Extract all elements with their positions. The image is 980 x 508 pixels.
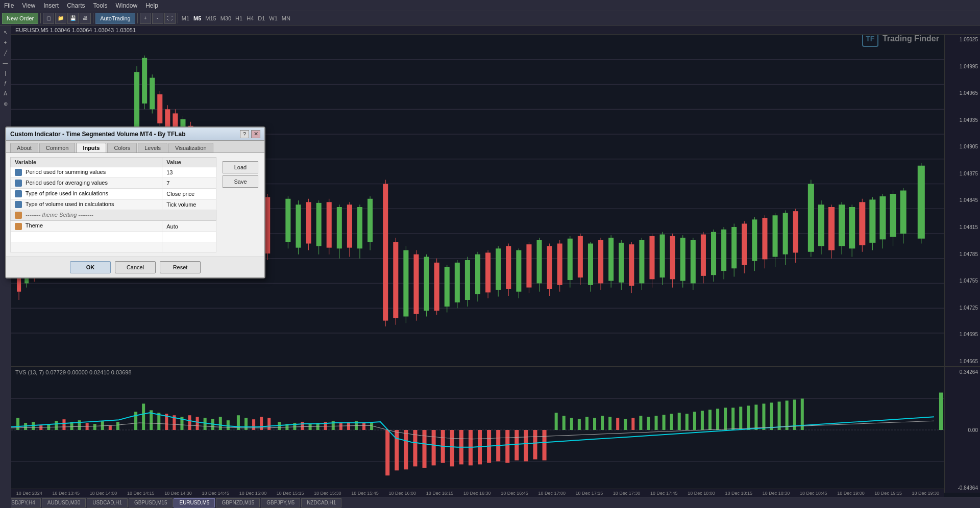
cancel-button[interactable]: Cancel <box>115 261 156 273</box>
val-period-avg[interactable]: 7 <box>162 178 216 189</box>
dialog-close-button[interactable]: ✕ <box>251 130 260 138</box>
table-row[interactable]: Period used for averaging values 7 <box>11 178 216 189</box>
crosshair-tool[interactable]: + <box>1 38 10 47</box>
ind-price-2: 0.00 <box>947 427 978 433</box>
val-theme[interactable]: Auto <box>162 221 216 232</box>
ok-button[interactable]: OK <box>70 261 111 273</box>
autotrading-button[interactable]: AutoTrading <box>95 13 135 24</box>
menu-charts[interactable]: Charts <box>67 2 85 9</box>
svg-rect-113 <box>506 246 511 289</box>
tf-m30[interactable]: M30 <box>219 15 233 21</box>
menu-insert[interactable]: Insert <box>43 2 59 9</box>
line-tool[interactable]: ╱ <box>1 48 10 57</box>
price-label-5: 1.04905 <box>947 144 978 149</box>
tab-about[interactable]: About <box>10 143 38 153</box>
hline-tool[interactable]: — <box>1 58 10 67</box>
time-axis: 18 Dec 2024 18 Dec 13:45 18 Dec 14:00 18… <box>11 489 944 497</box>
row-icon-2 <box>15 180 22 187</box>
text-tool[interactable]: A <box>1 89 10 98</box>
toolbar-separator-1 <box>40 13 41 23</box>
tf-m15[interactable]: M15 <box>204 15 217 21</box>
vline-tool[interactable]: | <box>1 68 10 78</box>
time-label-6: 18 Dec 15:00 <box>239 491 267 496</box>
tf-mn[interactable]: MN <box>280 15 292 21</box>
tab-audusd-m30[interactable]: AUDUSD,M30 <box>42 498 86 507</box>
svg-rect-95 <box>413 255 419 314</box>
svg-rect-175 <box>828 207 835 250</box>
table-row[interactable]: Type of volume used in calculations Tick… <box>11 199 216 210</box>
svg-rect-287 <box>778 401 781 430</box>
indicator-area: TVS (13, 7) 0.07729 0.00000 0.02410 0.03… <box>11 366 980 493</box>
svg-rect-291 <box>939 393 943 430</box>
save-button[interactable]: Save <box>223 175 258 188</box>
tf-d1[interactable]: D1 <box>256 15 266 21</box>
svg-rect-212 <box>157 413 160 430</box>
tab-levels[interactable]: Levels <box>138 143 167 153</box>
svg-rect-275 <box>685 414 689 430</box>
menu-help[interactable]: Help <box>145 2 158 9</box>
zoom-tool[interactable]: ⊕ <box>1 99 10 108</box>
price-axis: 1.05025 1.04995 1.04965 1.04935 1.04905 … <box>944 35 980 366</box>
table-row[interactable]: Type of price used in calculations Close… <box>11 189 216 199</box>
zoom-out-button[interactable]: - <box>152 13 163 24</box>
dialog-help-button[interactable]: ? <box>240 130 249 138</box>
tf-w1[interactable]: W1 <box>267 15 279 21</box>
menu-tools[interactable]: Tools <box>93 2 108 9</box>
svg-rect-271 <box>655 416 658 430</box>
svg-rect-216 <box>188 415 191 430</box>
new-order-button[interactable]: New Order <box>2 13 38 24</box>
toolbar-open[interactable]: 📁 <box>55 13 66 24</box>
time-label-19: 18 Dec 18:15 <box>725 491 752 496</box>
tf-h1[interactable]: H1 <box>234 15 244 21</box>
price-label-1: 1.05025 <box>947 37 978 42</box>
fit-button[interactable]: ⛶ <box>164 13 176 24</box>
price-label-8: 1.04815 <box>947 224 978 230</box>
tab-gbpnzd-m15[interactable]: GBPNZD,M15 <box>216 498 260 507</box>
toolbar-new[interactable]: ▢ <box>43 13 54 24</box>
tf-h4[interactable]: H4 <box>245 15 255 21</box>
table-row[interactable]: Period used for summing values 13 <box>11 167 216 178</box>
toolbar-print[interactable]: 🖶 <box>80 13 91 24</box>
cursor-tool[interactable]: ↖ <box>1 28 10 37</box>
tab-visualization[interactable]: Visualization <box>168 143 213 153</box>
tab-inputs[interactable]: Inputs <box>76 143 106 153</box>
menu-view[interactable]: View <box>22 2 35 9</box>
tab-gbpusd-m15[interactable]: GBPUSD,M15 <box>129 498 173 507</box>
reset-button[interactable]: Reset <box>160 261 201 273</box>
tab-gbpjpy-m5[interactable]: GBPJPY,M5 <box>261 498 300 507</box>
tf-m1[interactable]: M1 <box>180 15 191 21</box>
var-volume-type: Type of volume used in calculations <box>11 199 162 210</box>
svg-rect-69 <box>265 197 270 254</box>
var-period-avg: Period used for averaging values <box>11 178 162 189</box>
fib-tool[interactable]: ƒ <box>1 79 10 88</box>
time-label-1: 18 Dec 13:45 <box>53 491 80 496</box>
tab-nzdcad-h1[interactable]: NZDCAD,H1 <box>301 498 341 507</box>
zoom-in-button[interactable]: + <box>140 13 151 24</box>
tab-usdcad-h1[interactable]: USDCAD,H1 <box>87 498 128 507</box>
svg-rect-217 <box>196 417 199 430</box>
val-period-sum[interactable]: 13 <box>162 167 216 178</box>
svg-rect-259 <box>562 416 566 430</box>
svg-rect-83 <box>347 205 352 248</box>
svg-rect-276 <box>693 412 696 430</box>
table-row[interactable]: Theme Auto <box>11 221 216 232</box>
svg-rect-209 <box>134 412 137 430</box>
val-price-type[interactable]: Close price <box>162 189 216 199</box>
empty-cell-2 <box>162 232 216 242</box>
svg-rect-117 <box>526 244 531 288</box>
svg-rect-179 <box>849 207 855 248</box>
tab-colors[interactable]: Colors <box>107 143 137 153</box>
menu-window[interactable]: Window <box>116 2 138 9</box>
menu-file[interactable]: File <box>4 2 14 9</box>
svg-rect-73 <box>296 205 301 248</box>
svg-rect-278 <box>708 410 712 430</box>
toolbar-save[interactable]: 💾 <box>67 13 79 24</box>
load-button[interactable]: Load <box>223 161 258 173</box>
tab-eurusd-m5[interactable]: EURUSD,M5 <box>174 498 215 507</box>
tab-common[interactable]: Common <box>39 143 76 153</box>
svg-rect-125 <box>568 239 573 280</box>
svg-rect-267 <box>624 419 627 430</box>
svg-rect-135 <box>619 243 624 283</box>
tf-m5[interactable]: M5 <box>192 15 203 21</box>
val-volume-type[interactable]: Tick volume <box>162 199 216 210</box>
